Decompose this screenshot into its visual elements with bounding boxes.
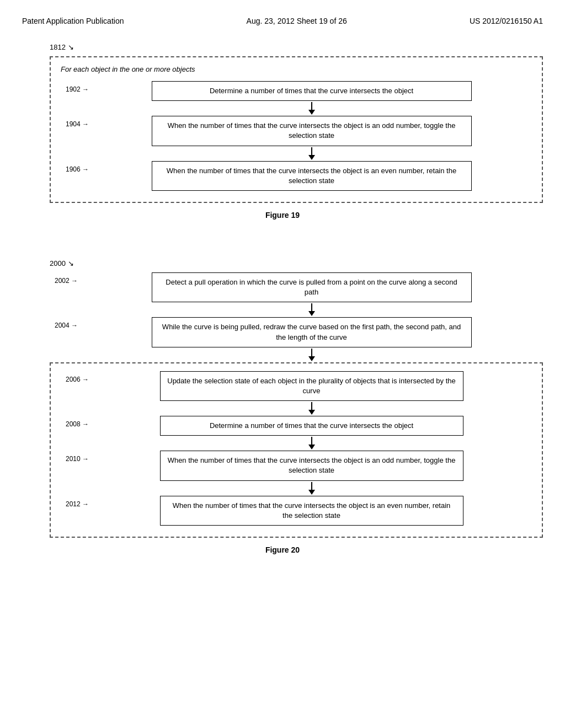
fig20-title: Figure 20 bbox=[22, 545, 543, 554]
label-2010: 2010 → bbox=[61, 451, 91, 463]
page-header: Patent Application Publication Aug. 23, … bbox=[22, 11, 543, 42]
figure-20: 2000 ↘ 2002 → Detect a pull operation in… bbox=[22, 258, 543, 554]
diagram-id-2000: 2000 bbox=[50, 259, 66, 267]
fig19-title: Figure 19 bbox=[22, 211, 543, 220]
arrow-2002-2004 bbox=[80, 303, 543, 316]
arrow-1902-1904 bbox=[91, 102, 532, 115]
label-1904: 1904 → bbox=[61, 116, 91, 128]
row-2008: 2008 → Determine a number of times that … bbox=[61, 416, 532, 436]
box-text-2004: While the curve is being pulled, redraw … bbox=[152, 317, 472, 347]
row-1902: 1902 → Determine a number of times that … bbox=[61, 81, 532, 101]
header-right: US 2012/0216150 A1 bbox=[470, 17, 543, 25]
row-2006: 2006 → Update the selection state of eac… bbox=[61, 371, 532, 401]
header-left: Patent Application Publication bbox=[22, 17, 124, 25]
row-2012: 2012 → When the number of times that the… bbox=[61, 496, 532, 526]
box-text-1902: Determine a number of times that the cur… bbox=[152, 81, 472, 101]
label-1902: 1902 → bbox=[61, 81, 91, 93]
row-2004: 2004 → While the curve is being pulled, … bbox=[50, 317, 543, 347]
box-1904: When the number of times that the curve … bbox=[91, 116, 532, 146]
row-1904: 1904 → When the number of times that the… bbox=[61, 116, 532, 146]
row-2002: 2002 → Detect a pull operation in which … bbox=[50, 272, 543, 302]
arrow-2010-2012 bbox=[91, 482, 532, 495]
header-center: Aug. 23, 2012 Sheet 19 of 26 bbox=[247, 17, 347, 25]
box-text-2006: Update the selection state of each objec… bbox=[160, 371, 463, 401]
box-text-2012: When the number of times that the curve … bbox=[160, 496, 463, 526]
arrow-2008-2010 bbox=[91, 437, 532, 449]
label-2012: 2012 → bbox=[61, 496, 91, 508]
box-1906: When the number of times that the curve … bbox=[91, 161, 532, 191]
arrow-2004-dashed bbox=[80, 349, 543, 361]
arrow-1904-1906 bbox=[91, 147, 532, 160]
fig19-outer-label: For each object in the one or more objec… bbox=[61, 65, 532, 73]
label-2006: 2006 → bbox=[61, 371, 91, 383]
row-2010: 2010 → When the number of times that the… bbox=[61, 451, 532, 480]
diagram-id-1812: 1812 bbox=[50, 43, 66, 51]
box-text-1904: When the number of times that the curve … bbox=[152, 116, 472, 146]
label-2008: 2008 → bbox=[61, 416, 91, 428]
box-text-2002: Detect a pull operation in which the cur… bbox=[152, 272, 472, 302]
label-2002: 2002 → bbox=[50, 272, 80, 285]
row-1906: 1906 → When the number of times that the… bbox=[61, 161, 532, 191]
arrow-2006-2008 bbox=[91, 402, 532, 415]
box-text-1906: When the number of times that the curve … bbox=[152, 161, 472, 191]
label-1906: 1906 → bbox=[61, 161, 91, 173]
box-text-2008: Determine a number of times that the cur… bbox=[160, 416, 463, 436]
label-2004: 2004 → bbox=[50, 317, 80, 329]
box-text-2010: When the number of times that the curve … bbox=[160, 451, 463, 480]
box-1902: Determine a number of times that the cur… bbox=[91, 81, 532, 101]
figure-19: 1812 ↘ For each object in the one or mor… bbox=[22, 42, 543, 220]
